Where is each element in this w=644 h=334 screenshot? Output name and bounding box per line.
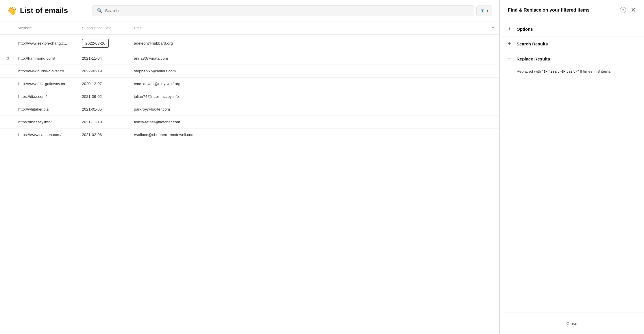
header: 👋 List of emails 🔍 ▼ ▾ bbox=[0, 0, 499, 21]
table-row[interactable]: https://diaz.com/2021-09-02julian74@ritt… bbox=[0, 90, 499, 103]
search-results-toggle-icon: + bbox=[508, 41, 514, 46]
cell-website: http://whitaker.biz/ bbox=[14, 103, 77, 116]
cell-rownum bbox=[0, 78, 14, 90]
cell-date: 2021-01-05 bbox=[77, 103, 129, 116]
wave-emoji-icon: 👋 bbox=[7, 6, 17, 15]
cell-email: anna80@mata.com bbox=[129, 52, 487, 65]
filter-button[interactable]: ▼ ▾ bbox=[476, 5, 492, 16]
left-panel: 👋 List of emails 🔍 ▼ ▾ W bbox=[0, 0, 499, 334]
search-icon: 🔍 bbox=[97, 8, 103, 13]
cell-email: rwallace@shepherd-mcdowell.com bbox=[129, 129, 487, 141]
options-section: + Options bbox=[500, 22, 644, 36]
col-header-rownum bbox=[0, 21, 14, 35]
replace-prefix: Replaced with " bbox=[517, 69, 543, 74]
cell-website: https://diaz.com/ bbox=[14, 90, 77, 103]
data-table: Website Subscription Date Email + http:/… bbox=[0, 21, 499, 141]
replace-results-section: − Replace Results Replaced with "$<first… bbox=[500, 51, 644, 79]
options-section-header[interactable]: + Options bbox=[508, 26, 636, 32]
replace-results-label: Replace Results bbox=[517, 56, 550, 61]
replace-results-toggle-icon: − bbox=[508, 56, 514, 62]
cell-date: 2022-03-26 bbox=[77, 35, 129, 52]
table-row[interactable]: http://www.burke-glover.co...2022-02-19s… bbox=[0, 65, 499, 78]
col-header-date: Subscription Date bbox=[77, 21, 129, 35]
replace-value: $<first>$<last> bbox=[543, 69, 577, 74]
cell-extra bbox=[487, 65, 499, 78]
cell-extra bbox=[487, 103, 499, 116]
cell-rownum bbox=[0, 35, 14, 52]
cell-website: http://hammond.com/ bbox=[14, 52, 77, 65]
table-container: Website Subscription Date Email + http:/… bbox=[0, 21, 499, 334]
cell-extra bbox=[487, 78, 499, 90]
cell-email: julian74@ritter-mccoy.info bbox=[129, 90, 487, 103]
cell-rownum bbox=[0, 103, 14, 116]
cell-website: https://www.carlson.com/ bbox=[14, 129, 77, 141]
cell-rownum bbox=[0, 129, 14, 141]
search-results-section-header[interactable]: + Search Results bbox=[508, 41, 636, 46]
right-panel-content: + Options + Search Results − Replace Res… bbox=[500, 19, 644, 313]
filter-chevron-icon: ▾ bbox=[486, 8, 488, 13]
table-row[interactable]: http://www.fritz-galloway.co...2020-12-0… bbox=[0, 78, 499, 90]
options-toggle-icon: + bbox=[508, 26, 514, 32]
replace-result-text: Replaced with "$<first>$<last>" 8 times … bbox=[508, 66, 636, 75]
options-label: Options bbox=[517, 27, 533, 32]
cell-email: parkroy@baxter.com bbox=[129, 103, 487, 116]
right-panel-footer: Close bbox=[500, 313, 644, 334]
cell-date: 2022-02-19 bbox=[77, 65, 129, 78]
page-title: List of emails bbox=[20, 6, 68, 15]
table-row[interactable]: http://www.sexton-chang.c...2022-03-26ad… bbox=[0, 35, 499, 52]
cell-date: 2021-02-06 bbox=[77, 129, 129, 141]
table-row[interactable]: http://whitaker.biz/2021-01-05parkroy@ba… bbox=[0, 103, 499, 116]
col-header-email: Email bbox=[129, 21, 487, 35]
cell-extra bbox=[487, 52, 499, 65]
header-title-area: 👋 List of emails bbox=[7, 6, 88, 15]
filter-icon: ▼ bbox=[480, 8, 485, 13]
search-results-label: Search Results bbox=[517, 41, 548, 46]
cell-date: 2021-11-19 bbox=[77, 116, 129, 129]
right-panel-header: Find & Replace on your filtered items ? … bbox=[500, 0, 644, 19]
close-panel-icon[interactable]: ✕ bbox=[631, 7, 636, 13]
right-header-actions: ? ✕ bbox=[620, 7, 636, 13]
add-column-button[interactable]: + bbox=[491, 25, 495, 31]
table-row[interactable]: https://massey.info/2021-11-19felicia-fe… bbox=[0, 116, 499, 129]
search-box[interactable]: 🔍 bbox=[92, 5, 474, 16]
cell-website: http://www.fritz-galloway.co... bbox=[14, 78, 77, 90]
date-selected[interactable]: 2022-03-26 bbox=[82, 39, 109, 48]
search-input[interactable] bbox=[105, 8, 470, 13]
cell-rownum: 3 bbox=[0, 52, 14, 65]
cell-rownum bbox=[0, 90, 14, 103]
cell-email: felicia-fether@fletcher.com bbox=[129, 116, 487, 129]
cell-rownum bbox=[0, 116, 14, 129]
right-panel-title: Find & Replace on your filtered items bbox=[508, 8, 590, 13]
cell-email: stephen57@sellers.com bbox=[129, 65, 487, 78]
close-button[interactable]: Close bbox=[560, 319, 583, 328]
cell-rownum bbox=[0, 65, 14, 78]
col-header-website: Website bbox=[14, 21, 77, 35]
cell-date: 2020-12-07 bbox=[77, 78, 129, 90]
cell-website: http://www.burke-glover.co... bbox=[14, 65, 77, 78]
cell-extra bbox=[487, 90, 499, 103]
right-panel: Find & Replace on your filtered items ? … bbox=[499, 0, 644, 334]
cell-email: cmc_dowell@riley-wolf.org bbox=[129, 78, 487, 90]
cell-website: http://www.sexton-chang.c... bbox=[14, 35, 77, 52]
cell-email: adeleon@hubbard.org bbox=[129, 35, 487, 52]
cell-date: 2021-09-02 bbox=[77, 90, 129, 103]
table-row[interactable]: 3http://hammond.com/2021-11-04anna80@mat… bbox=[0, 52, 499, 65]
replace-results-header[interactable]: − Replace Results bbox=[508, 56, 636, 62]
table-header-row: Website Subscription Date Email + bbox=[0, 21, 499, 35]
search-results-section: + Search Results bbox=[500, 36, 644, 51]
cell-extra bbox=[487, 116, 499, 129]
cell-extra bbox=[487, 35, 499, 52]
help-icon[interactable]: ? bbox=[620, 7, 626, 13]
col-header-add: + bbox=[487, 21, 499, 35]
replace-suffix: " 8 times in 8 items. bbox=[578, 69, 611, 74]
cell-date: 2021-11-04 bbox=[77, 52, 129, 65]
table-row[interactable]: https://www.carlson.com/2021-02-06rwalla… bbox=[0, 129, 499, 141]
cell-extra bbox=[487, 129, 499, 141]
search-area: 🔍 ▼ ▾ bbox=[92, 5, 492, 16]
cell-website: https://massey.info/ bbox=[14, 116, 77, 129]
app-container: 👋 List of emails 🔍 ▼ ▾ W bbox=[0, 0, 644, 334]
